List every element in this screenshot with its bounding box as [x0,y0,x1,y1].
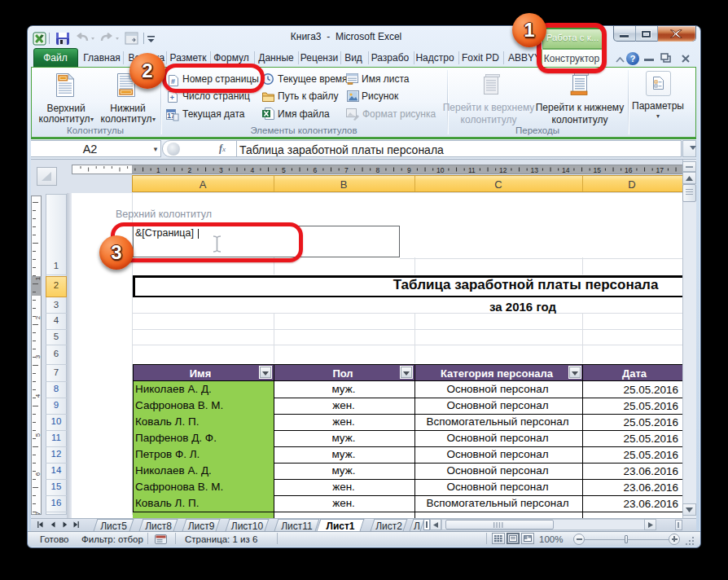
svg-text:11: 11 [468,166,476,174]
svg-text:5: 5 [34,433,42,437]
svg-text:2: 2 [187,166,191,174]
svg-text:12: 12 [499,166,507,174]
svg-text:8: 8 [375,166,379,174]
svg-text:+: + [170,94,174,102]
svg-text:7: 7 [344,166,349,174]
svg-text:3: 3 [34,354,42,358]
svg-text:3: 3 [219,166,223,174]
svg-text:4: 4 [250,166,254,174]
svg-text:13: 13 [531,166,539,174]
svg-text:9: 9 [407,166,411,174]
svg-text:2: 2 [34,315,42,319]
svg-text:5: 5 [282,166,286,174]
svg-text:15: 15 [594,166,602,174]
svg-text:1: 1 [34,276,42,280]
svg-text:14: 14 [562,166,570,174]
svg-text:4: 4 [34,393,42,398]
svg-text:6: 6 [34,472,42,476]
svg-text:7: 7 [34,511,42,515]
svg-text:1: 1 [156,166,160,174]
svg-text:6: 6 [313,166,317,174]
svg-text:17: 17 [656,166,664,174]
svg-text:16: 16 [625,166,633,174]
svg-text:10: 10 [436,166,445,174]
